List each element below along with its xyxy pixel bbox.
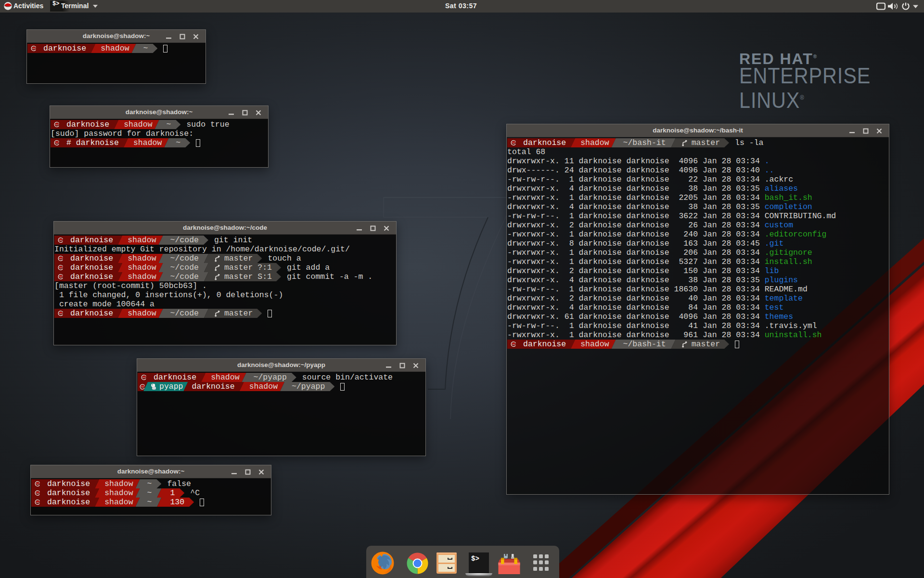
svg-text:$>: $> <box>471 555 479 563</box>
